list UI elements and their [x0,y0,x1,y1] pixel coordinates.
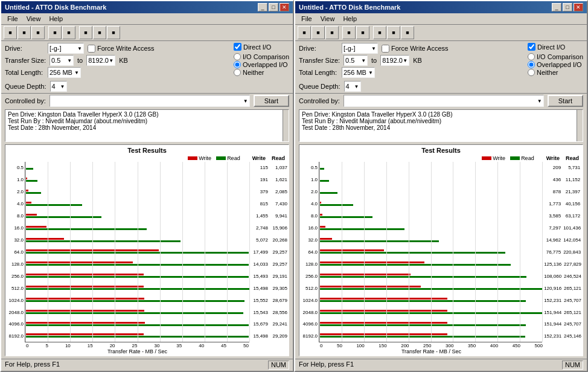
force-write-checkbox-left[interactable] [88,45,95,53]
minimize-button-left[interactable]: _ [258,3,267,11]
transfer-to-combo-right[interactable]: 8192.0 ▼ [380,55,409,66]
read-bar [25,276,249,278]
x-axis-label: 35 [176,343,182,348]
total-length-combo-left[interactable]: 256 MB ▼ [48,67,81,78]
tool-btn-2-right[interactable]: ■ [325,26,339,39]
chart-bar-row [319,186,542,198]
transfer-from-combo-left[interactable]: 0.5 ▼ [50,55,74,66]
read-value: 28,679 [270,298,287,303]
write-bar [319,238,332,240]
io-comparison-radio-right[interactable] [528,53,535,60]
x-axis-labels-right: 050100150200250300350400450500 [301,343,581,348]
start-button-right[interactable]: Start [548,95,583,107]
chart-bar-row [319,198,542,210]
overlapped-io-radio-right[interactable] [528,61,535,68]
tool-btn-7-left[interactable]: ■ [107,26,120,39]
write-bar [319,226,325,228]
write-value: 191 [251,177,268,182]
menu-item-file-left[interactable]: File [4,14,22,23]
overlapped-io-text-left: Overlapped I/O [243,61,288,68]
value-row: 15,552 28,679 [251,298,287,303]
x-axis-label: 40 [199,343,204,348]
total-length-combo-right[interactable]: 256 MB ▼ [342,67,375,78]
direct-io-text-right: Direct I/O [537,43,565,51]
tool-btn-1-right[interactable]: ■ [312,26,325,39]
read-bar [25,264,249,266]
neither-radio-left[interactable] [234,69,241,76]
y-axis-label: 1.0 [7,177,24,182]
transfer-from-combo-right[interactable]: 0.5 ▼ [344,55,368,66]
tool-btn-3-left[interactable]: ■ [48,26,62,39]
drive-combo-right[interactable]: [-g-] ▼ [342,43,378,54]
read-value: 29,305 [270,286,287,291]
overlapped-io-label-left: Overlapped I/O [234,61,289,68]
control-row-right: Controlled by: ▼ Start [295,94,587,108]
io-comparison-radio-left[interactable] [234,53,241,60]
y-axis-label: 2.0 [301,189,318,194]
io-comparison-text-left: I/O Comparison [243,53,289,60]
transfer-to-combo-left[interactable]: 8192.0 ▼ [86,55,115,66]
start-button-left[interactable]: Start [254,95,289,107]
chart-bar-row [25,270,249,282]
info-scrollbar-right[interactable] [577,110,583,141]
x-axis-label: 45 [221,343,226,348]
close-button-left[interactable]: ✕ [280,3,289,11]
read-value: 63,172 [563,213,580,219]
x-axis-label: 0 [320,343,322,348]
info-scrollbar-left[interactable] [283,110,289,141]
tool-btn-4-left[interactable]: ■ [62,26,75,39]
y-axis-label: 4.0 [301,201,318,207]
menu-item-view-right[interactable]: View [317,14,339,23]
queue-depth-combo-right[interactable]: 4 ▼ [344,81,361,92]
controlled-by-combo-left[interactable]: ▼ [50,95,250,107]
menu-item-file-right[interactable]: File [298,14,316,23]
queue-depth-combo-left[interactable]: 4 ▼ [50,81,67,92]
tool-btn-4-right[interactable]: ■ [356,26,369,39]
drive-combo-left[interactable]: [-g-] ▼ [48,43,84,54]
maximize-button-right[interactable]: □ [563,3,572,11]
x-axis-label: 350 [468,343,476,348]
chart-bar-row [25,210,249,222]
tool-btn-1-left[interactable]: ■ [18,26,31,39]
y-axis-label: 8192.0 [301,333,318,339]
tool-btn-6-right[interactable]: ■ [387,26,400,39]
tool-btn-2-left[interactable]: ■ [31,26,45,39]
drive-label-right: Drive: [299,45,338,52]
value-row: 151,944 265,121 [544,310,581,315]
controlled-by-label-right: Controlled by: [299,97,340,104]
drive-label-left: Drive: [5,45,44,52]
value-row: 15,498 29,209 [251,333,287,339]
direct-io-checkbox-left[interactable] [234,43,241,51]
tool-btn-0-right[interactable]: ■ [298,26,311,39]
read-value: 29,191 [270,274,287,279]
overlapped-io-radio-left[interactable] [234,61,241,68]
tool-btn-5-left[interactable]: ■ [79,26,92,39]
force-write-checkbox-right[interactable] [382,45,389,53]
tool-btn-5-right[interactable]: ■ [373,26,386,39]
info-line: Pen Drive: Kingston Data Traveller Hyper… [8,111,286,118]
info-area-right: Pen Drive: Kingston Data Traveller Hyper… [299,109,583,142]
y-axis-label: 16.0 [301,225,318,231]
direct-io-checkbox-right[interactable] [528,43,535,51]
read-bar [319,252,505,254]
tool-btn-6-left[interactable]: ■ [93,26,106,39]
menu-item-help-right[interactable]: Help [339,14,360,23]
y-axis-label: 128.0 [7,261,24,267]
write-value: 151,944 [544,310,561,315]
status-help-right: For Help, press F1 [299,361,354,370]
close-button-right[interactable]: ✕ [574,3,583,11]
tool-btn-7-right[interactable]: ■ [401,26,414,39]
menu-item-help-left[interactable]: Help [45,14,66,23]
write-value: 115 [251,165,268,170]
controlled-by-combo-right[interactable]: ▼ [344,95,544,107]
menu-item-view-left[interactable]: View [23,14,45,23]
minimize-button-right[interactable]: _ [552,3,561,11]
tool-btn-3-right[interactable]: ■ [342,26,356,39]
neither-radio-right[interactable] [528,69,535,76]
maximize-button-left[interactable]: □ [269,3,278,11]
chart-bar-row [319,293,542,306]
transfer-label-left: Transfer Size: [5,57,46,64]
write-value: 15,498 [251,286,268,291]
write-bar [25,202,31,204]
tool-btn-0-left[interactable]: ■ [4,26,17,39]
